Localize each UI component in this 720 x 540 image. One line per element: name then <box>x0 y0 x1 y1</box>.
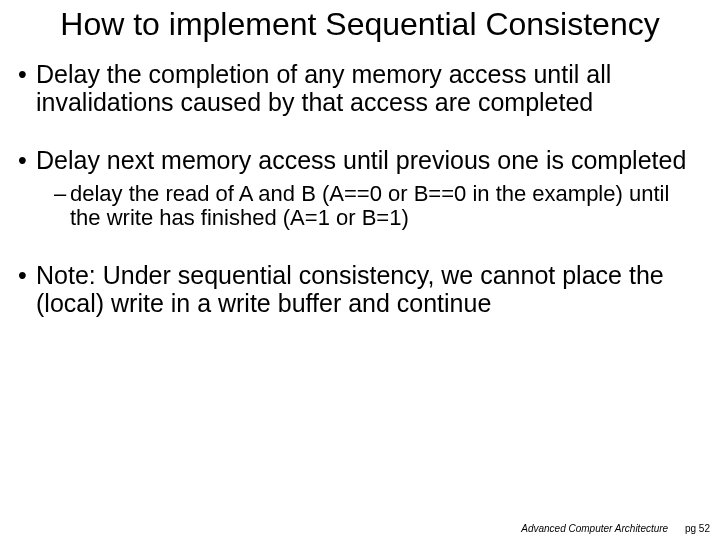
slide-body: • Delay the completion of any memory acc… <box>0 42 720 317</box>
bullet-dot-icon: • <box>18 261 36 317</box>
bullet-text: Note: Under sequential consistency, we c… <box>36 261 702 317</box>
bullet-item: • Delay next memory access until previou… <box>18 146 702 174</box>
bullet-dash-icon: – <box>54 182 70 231</box>
footer-page: pg 52 <box>685 523 710 534</box>
bullet-dot-icon: • <box>18 146 36 174</box>
slide: How to implement Sequential Consistency … <box>0 0 720 540</box>
bullet-item: • Note: Under sequential consistency, we… <box>18 261 702 317</box>
bullet-dot-icon: • <box>18 60 36 116</box>
bullet-text: Delay the completion of any memory acces… <box>36 60 702 116</box>
sub-bullet-text: delay the read of A and B (A==0 or B==0 … <box>70 182 702 231</box>
bullet-item: • Delay the completion of any memory acc… <box>18 60 702 116</box>
slide-title: How to implement Sequential Consistency <box>0 0 720 42</box>
bullet-text: Delay next memory access until previous … <box>36 146 702 174</box>
footer-course: Advanced Computer Architecture <box>521 523 668 534</box>
sub-bullet-item: – delay the read of A and B (A==0 or B==… <box>54 182 702 231</box>
slide-footer: Advanced Computer Architecture pg 52 <box>521 523 710 534</box>
